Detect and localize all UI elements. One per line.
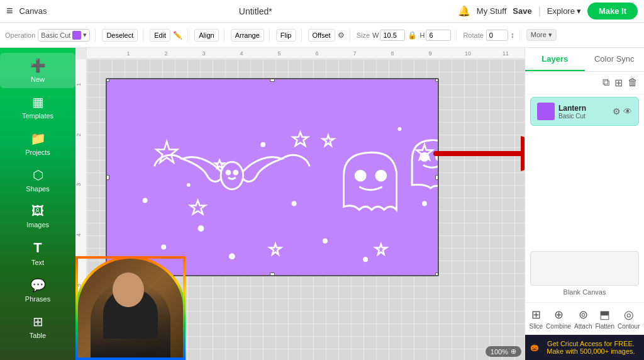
tab-color-sync[interactable]: Color Sync [585, 48, 645, 71]
align-group: Align [194, 29, 224, 42]
webcam-view [75, 256, 186, 360]
layer-info: Lantern Basic Cut [558, 104, 609, 120]
contour-label: Contour [618, 323, 640, 330]
selection-handle-tr[interactable] [435, 78, 439, 82]
svg-point-9 [161, 245, 166, 250]
sidebar-item-label: Text [31, 259, 44, 266]
contour-icon: ◎ [624, 308, 634, 322]
sidebar-item-images[interactable]: 🖼 Images [0, 199, 75, 233]
sidebar-item-label: Phrases [25, 295, 50, 303]
ruler-ticks-container: 1 2 3 4 5 6 7 8 9 10 11 [98, 50, 525, 57]
svg-point-2 [234, 171, 238, 174]
attach-tool[interactable]: ⊚ Attach [574, 308, 592, 330]
sidebar-item-text[interactable]: T Text [0, 235, 75, 271]
group-layer-icon[interactable]: ⊞ [614, 77, 623, 89]
arrange-group: Arrange [231, 29, 270, 42]
svg-point-7 [260, 142, 265, 147]
offset-group: Offset ⚙ [308, 29, 350, 42]
ruler-tick: 2 [147, 50, 185, 57]
ruler-tick: 7 [336, 50, 374, 57]
main-area: ➕ New ▦ Templates 📁 Projects ⬡ Shapes 🖼 … [0, 48, 644, 360]
slice-label: Slice [529, 323, 543, 330]
phrases-icon: 💬 [30, 278, 46, 293]
selection-handle-tl[interactable] [106, 78, 109, 82]
height-input-group: H [419, 30, 451, 41]
promo-banner[interactable]: 🎃 Get Cricut Access for FREE. Make with … [525, 335, 644, 360]
ruler-tick: 1 [75, 59, 86, 110]
sidebar-item-label: Templates [22, 112, 53, 120]
sidebar-item-phrases[interactable]: 💬 Phrases [0, 273, 75, 308]
chevron-down-icon: ▾ [83, 31, 87, 39]
flip-button[interactable]: Flip [276, 29, 296, 42]
svg-point-1 [226, 171, 230, 174]
operation-label: Operation [5, 31, 35, 39]
sidebar-item-table[interactable]: ⊞ Table [0, 309, 75, 344]
panel-icons-row: ⧉ ⊞ 🗑 [525, 72, 644, 94]
selection-handle-tm[interactable] [270, 78, 275, 82]
rotate-arrows-icon: ↕ [511, 31, 514, 40]
width-input-group: W [372, 30, 405, 41]
height-input[interactable] [426, 30, 451, 41]
width-input[interactable] [380, 30, 405, 41]
flatten-tool[interactable]: ⬒ Flatten [595, 308, 614, 330]
blank-canvas-section: Blank Canvas [530, 251, 639, 296]
rotate-input[interactable] [486, 30, 508, 41]
notification-bell-icon[interactable]: 🔔 [458, 5, 470, 17]
size-label: Size [357, 31, 370, 39]
save-button[interactable]: Save [513, 6, 531, 16]
rotate-label: Rotate [463, 31, 483, 39]
contour-tool[interactable]: ◎ Contour [618, 308, 640, 330]
flatten-label: Flatten [595, 323, 614, 330]
sidebar-item-shapes[interactable]: ⬡ Shapes [0, 162, 75, 198]
hamburger-menu-icon[interactable]: ≡ [6, 4, 13, 18]
deselect-group: Deselect [102, 29, 143, 42]
webcam-person [78, 259, 183, 357]
combine-tool[interactable]: ⊕ Combine [546, 308, 571, 330]
ruler-tick: 3 [185, 50, 223, 57]
bottom-tools-row: ⊞ Slice ⊕ Combine ⊚ Attach ⬒ Flatten ◎ C… [525, 302, 644, 335]
arrow-svg [430, 135, 525, 172]
offset-button[interactable]: Offset [308, 29, 335, 42]
layer-item[interactable]: Lantern Basic Cut ⚙ 👁 [530, 97, 639, 126]
svg-point-11 [397, 127, 401, 131]
slice-tool[interactable]: ⊞ Slice [529, 308, 543, 330]
tab-layers[interactable]: Layers [525, 48, 585, 71]
document-title: Untitled* [60, 6, 452, 16]
shapes-icon: ⬡ [33, 167, 43, 183]
h-label: H [419, 31, 425, 39]
layer-settings-icon[interactable]: ⚙ [613, 106, 621, 116]
new-icon: ➕ [30, 58, 46, 73]
edit-button[interactable]: Edit [150, 29, 170, 42]
align-button[interactable]: Align [194, 29, 218, 42]
svg-point-15 [363, 257, 368, 262]
design-canvas[interactable]: 10.5 in × 6 in [106, 78, 439, 276]
text-icon: T [33, 240, 42, 256]
layer-visibility-icon[interactable]: 👁 [623, 106, 632, 116]
arrange-button[interactable]: Arrange [231, 29, 264, 42]
promo-text: Get Cricut Access for FREE. Make with 50… [543, 340, 639, 355]
svg-point-4 [376, 171, 386, 181]
edit-group: Edit ✏️ [150, 29, 188, 42]
more-button[interactable]: More ▾ [526, 29, 557, 41]
delete-layer-icon[interactable]: 🗑 [628, 77, 638, 89]
selection-handle-bm[interactable] [270, 273, 275, 276]
explore-link[interactable]: Explore ▾ [547, 6, 581, 16]
zoom-in-icon[interactable]: ⊕ [511, 347, 516, 356]
attach-label: Attach [574, 323, 592, 330]
operation-select[interactable]: Basic Cut ▾ [38, 29, 90, 42]
selection-handle-ml[interactable] [106, 175, 109, 180]
deselect-button[interactable]: Deselect [102, 29, 138, 42]
sidebar-item-new[interactable]: ➕ New [0, 53, 75, 88]
sidebar-item-templates[interactable]: ▦ Templates [0, 89, 75, 125]
blank-canvas-preview [530, 251, 639, 286]
ruler-tick: 11 [487, 50, 525, 57]
sidebar-item-projects[interactable]: 📁 Projects [0, 126, 75, 161]
make-it-button[interactable]: Make It [587, 3, 638, 20]
ruler-tick: 4 [223, 50, 260, 57]
duplicate-layer-icon[interactable]: ⧉ [602, 77, 609, 89]
topbar-divider: | [538, 6, 541, 17]
my-stuff-link[interactable]: My Stuff [477, 6, 506, 16]
selection-handle-br[interactable] [435, 273, 439, 276]
ruler-tick: 5 [260, 50, 298, 57]
selection-handle-mr[interactable] [435, 175, 439, 180]
